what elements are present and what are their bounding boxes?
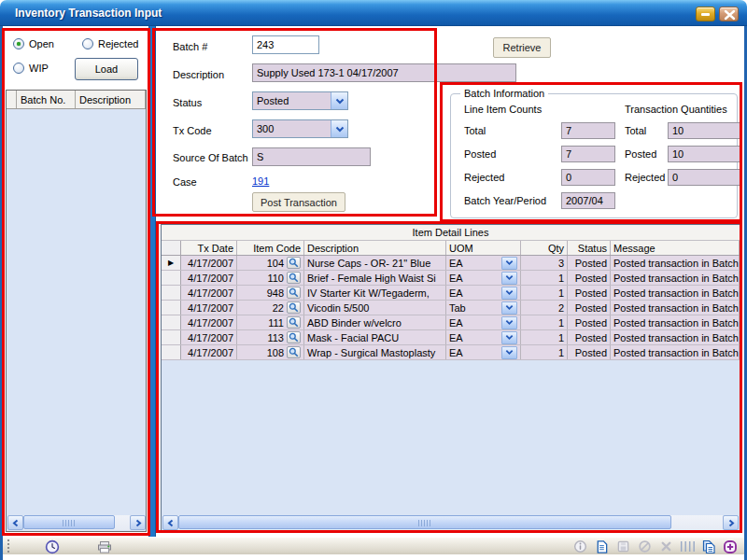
uom-chevron-down-icon[interactable] (501, 257, 517, 270)
radio-open[interactable]: Open (13, 37, 54, 50)
table-row[interactable]: 4/17/2007948IV Starter Kit W/Tegaderm,EA… (162, 286, 740, 301)
radio-icon[interactable] (13, 63, 24, 74)
transaction-quantity-value-field: 10 (668, 122, 740, 139)
status-value: Posted (253, 95, 331, 106)
uom-chevron-down-icon[interactable] (501, 331, 517, 344)
uom-chevron-down-icon[interactable] (501, 301, 517, 315)
batch-information-title: Batch Information (460, 88, 548, 99)
cell-item_code: 104 (237, 256, 304, 270)
tx-code-dropdown[interactable]: 300 (252, 119, 348, 138)
cell-uom: EA (446, 286, 521, 300)
item-lookup-magnifier-icon[interactable] (287, 272, 301, 284)
cell-qty: 2 (521, 301, 568, 315)
cell-uom: EA (446, 315, 521, 329)
row-selector-cell (162, 330, 181, 344)
radio-icon[interactable] (82, 38, 93, 49)
delete-icon (657, 539, 674, 554)
transaction-quantity-row: Total10 (625, 122, 740, 139)
scrollbar-track[interactable] (23, 515, 130, 530)
print-icon[interactable] (96, 539, 113, 554)
item-detail-table-caption: Item Detail Lines (162, 225, 740, 241)
description-label: Description (173, 69, 224, 82)
column-header-message[interactable]: Message (611, 241, 740, 255)
post-transaction-button[interactable]: Post Transaction (252, 192, 345, 212)
uom-chevron-down-icon[interactable] (501, 272, 517, 285)
scrollbar-track[interactable] (178, 515, 723, 530)
case-link[interactable]: 191 (252, 175, 269, 187)
panel-splitter[interactable] (148, 26, 156, 537)
batch-list-header-description[interactable]: Description (76, 91, 146, 108)
item-lookup-magnifier-icon[interactable] (287, 301, 301, 314)
cell-item_code: 108 (237, 345, 304, 359)
radio-rejected[interactable]: Rejected (82, 37, 138, 50)
column-header-tx-date[interactable]: Tx Date (181, 241, 237, 255)
uom-chevron-down-icon[interactable] (501, 287, 517, 300)
scrollbar-grip (418, 520, 431, 526)
scroll-left-icon[interactable] (7, 515, 23, 530)
item-lookup-magnifier-icon[interactable] (287, 257, 301, 269)
scrollbar-grip (63, 520, 76, 526)
cell-description: Nurse Caps - OR- 21" Blue (304, 256, 446, 270)
column-header-item-code[interactable]: Item Code (237, 241, 304, 255)
cell-tx_date: 4/17/2007 (181, 330, 237, 344)
table-row[interactable]: 4/17/2007110Brief - Female High Waist Si… (162, 271, 740, 286)
uom-chevron-down-icon[interactable] (501, 346, 517, 359)
document-icon[interactable] (593, 539, 610, 554)
scrollbar-thumb[interactable] (178, 515, 671, 529)
transaction-quantity-label: Posted (625, 148, 668, 160)
batch-list-hscrollbar[interactable] (7, 515, 146, 530)
add-record-icon[interactable] (722, 539, 739, 554)
column-header-qty[interactable]: Qty (521, 241, 568, 255)
table-row[interactable]: 4/17/200722Vicodin 5/500Tab2PostedPosted… (162, 301, 740, 315)
cell-description: ABD Binder w/velcro (304, 315, 446, 329)
item-lookup-magnifier-icon[interactable] (287, 331, 301, 343)
item-lookup-magnifier-icon[interactable] (287, 316, 301, 329)
cell-tx_date: 4/17/2007 (181, 271, 237, 285)
chevron-down-icon[interactable] (331, 92, 347, 109)
description-field[interactable]: Supply Used 173-1 04/17/2007 (252, 63, 516, 82)
line-item-count-value-field: 2007/04 (561, 192, 615, 209)
scroll-right-icon[interactable] (723, 515, 739, 530)
source-of-batch-label: Source Of Batch (173, 152, 248, 165)
line-item-count-value-field: 7 (561, 122, 615, 139)
close-button[interactable] (719, 7, 739, 21)
table-row[interactable]: 4/17/2007111ABD Binder w/velcroEA1Posted… (162, 315, 740, 330)
item-lookup-magnifier-icon[interactable] (287, 346, 301, 358)
cell-tx_date: 4/17/2007 (181, 301, 237, 315)
batch-number-input[interactable]: 243 (252, 35, 319, 54)
radio-icon[interactable] (13, 38, 24, 49)
transaction-quantity-row: Posted10 (625, 146, 740, 162)
column-header-status[interactable]: Status (568, 241, 611, 255)
scroll-left-icon[interactable] (162, 515, 178, 530)
batch-list-header-batch-no[interactable]: Batch No. (17, 91, 76, 108)
history-clock-icon[interactable] (44, 539, 61, 554)
cell-status: Posted (568, 286, 611, 300)
uom-chevron-down-icon[interactable] (501, 316, 517, 329)
copy-icon[interactable] (700, 539, 717, 554)
source-of-batch-field[interactable]: S (252, 147, 371, 166)
cell-description: Wrap - Surgical Mastoplasty (304, 345, 446, 359)
cell-uom: EA (446, 345, 521, 359)
chevron-down-icon[interactable] (331, 120, 347, 137)
load-button[interactable]: Load (75, 58, 138, 80)
item-lookup-magnifier-icon[interactable] (287, 287, 301, 299)
minimize-button[interactable] (696, 7, 715, 21)
cell-item_code: 22 (237, 301, 304, 315)
radio-wip[interactable]: WIP (13, 62, 49, 75)
table-row[interactable]: ▶4/17/2007104Nurse Caps - OR- 21" BlueEA… (162, 256, 740, 271)
table-row[interactable]: 4/17/2007108Wrap - Surgical MastoplastyE… (162, 345, 740, 360)
status-dropdown[interactable]: Posted (252, 91, 348, 110)
column-header-uom[interactable]: UOM (446, 241, 521, 255)
line-item-count-row: Batch Year/Period2007/04 (464, 192, 615, 209)
window-title: Inventory Transaction Input (15, 7, 162, 20)
column-header-description[interactable]: Description (304, 241, 446, 255)
cell-qty: 1 (521, 286, 568, 300)
scrollbar-thumb[interactable] (23, 515, 115, 529)
block-icon (636, 539, 653, 554)
table-row[interactable]: 4/17/2007113Mask - Facial PACUEA1PostedP… (162, 330, 740, 345)
detail-table-hscrollbar[interactable] (162, 515, 739, 530)
scroll-right-icon[interactable] (130, 515, 146, 530)
transaction-quantity-row: Rejected0 (625, 169, 740, 186)
retrieve-button[interactable]: Retrieve (493, 37, 551, 58)
cell-message: Posted transaction in Batch (611, 345, 740, 359)
